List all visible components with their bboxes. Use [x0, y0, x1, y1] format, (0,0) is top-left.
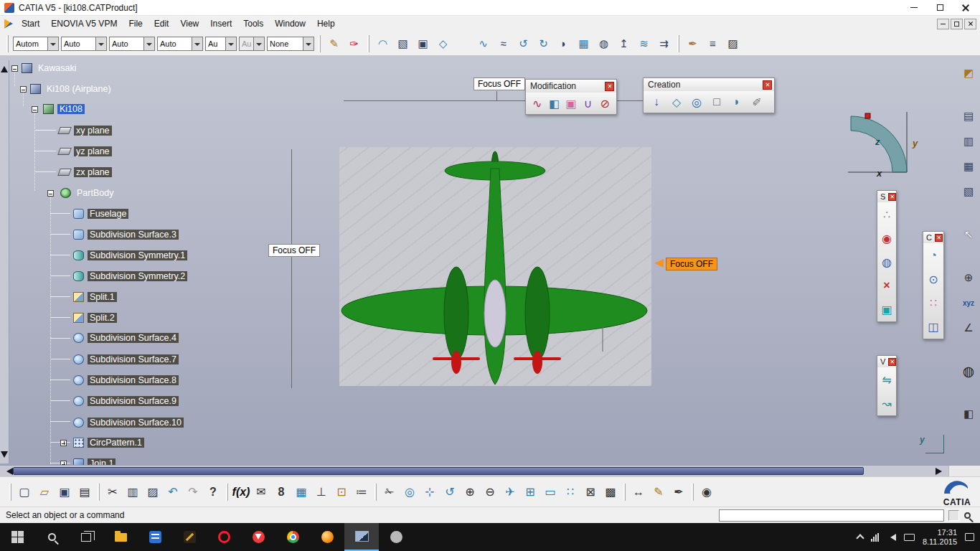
expand-toggle[interactable] — [60, 440, 67, 446]
point-style-combo[interactable]: Auto — [157, 37, 203, 51]
layer-combo[interactable]: None — [267, 37, 314, 51]
rotate-view-icon[interactable]: ↺ — [440, 483, 459, 501]
instance-icon[interactable]: ▣ — [414, 34, 432, 52]
cut-icon[interactable]: ✂ — [103, 483, 122, 501]
layers-icon[interactable]: ≡ — [704, 34, 722, 52]
chevron-down-icon[interactable] — [192, 37, 202, 50]
doc-restore-button[interactable] — [951, 19, 963, 29]
firefox-button[interactable] — [310, 523, 344, 551]
scroll-up-icon[interactable] — [1, 62, 8, 72]
scroll-left-icon[interactable] — [3, 468, 13, 475]
start-button[interactable] — [0, 523, 34, 551]
toolbar-grip[interactable] — [367, 35, 369, 52]
knowledge-icon[interactable]: 8 — [272, 483, 291, 501]
molecule-icon[interactable]: ∴ — [878, 206, 895, 223]
cyan-box-icon[interactable]: ▣ — [878, 301, 895, 318]
tree-item-subdivision-surface-9[interactable]: Subdivision Surface.9 — [73, 395, 179, 408]
zoom-out-icon[interactable]: ⊖ — [481, 483, 499, 501]
wave-icon[interactable]: ≋ — [635, 34, 653, 52]
whats-this-icon[interactable]: ? — [204, 483, 222, 501]
erase-icon[interactable]: ⊘ — [598, 95, 612, 112]
greenshot-button[interactable] — [379, 523, 413, 551]
new-document-icon[interactable]: ▢ — [15, 483, 34, 501]
chevron-down-icon[interactable] — [95, 37, 106, 50]
menu-window[interactable]: Window — [269, 17, 311, 31]
tree-item-subdivision-surface-4[interactable]: Subdivision Surface.4 — [73, 331, 179, 344]
normal-view-icon[interactable]: ✈ — [501, 483, 519, 501]
sketch-icon[interactable]: ✎ — [325, 34, 343, 52]
network-icon[interactable] — [871, 533, 879, 542]
tree-item-label[interactable]: PartBody — [75, 188, 116, 198]
toolbar-grip[interactable] — [226, 484, 228, 501]
tree-item-yz-plane[interactable]: yz plane — [59, 145, 112, 158]
measure-icon[interactable]: ↔ — [629, 483, 648, 501]
volume-icon[interactable] — [887, 534, 896, 541]
toolbar-grip[interactable] — [692, 484, 694, 501]
horizontal-scrollbar[interactable] — [0, 465, 980, 476]
minimize-button[interactable] — [901, 0, 927, 15]
capture-icon[interactable]: ◉ — [697, 483, 716, 501]
modify-surface-icon[interactable]: ◧ — [547, 95, 562, 112]
zoom-area-icon[interactable]: ⊕ — [960, 269, 977, 286]
tree-item-label[interactable]: Subdivision Surface.9 — [88, 396, 179, 406]
collapse-toggle[interactable] — [32, 106, 38, 113]
tree-item-label[interactable]: Fuselage — [88, 209, 128, 219]
select-cursor-icon[interactable]: ↖ — [960, 226, 977, 243]
menu-file[interactable]: File — [123, 17, 148, 31]
rules-icon[interactable]: ≔ — [352, 483, 371, 501]
tree-vertical-scrollbar[interactable] — [0, 60, 9, 463]
trim-icon[interactable]: ✁ — [380, 483, 399, 501]
close-button[interactable] — [935, 234, 943, 242]
tree-item-label[interactable]: Subdivision Surface.8 — [88, 375, 179, 385]
expand-toggle[interactable] — [60, 461, 67, 465]
tree-item-subdivision-surface-3[interactable]: Subdivision Surface.3 — [73, 228, 179, 241]
close-button[interactable] — [763, 80, 772, 90]
status-box-icon[interactable] — [948, 510, 959, 521]
flip-view-icon[interactable]: ⇋ — [878, 371, 895, 388]
toolbar-grip[interactable] — [374, 484, 377, 501]
swap-arrows-icon[interactable] — [454, 34, 472, 52]
line-weight-combo[interactable]: Auto — [109, 37, 155, 51]
chevron-down-icon[interactable] — [47, 37, 58, 50]
formula-icon[interactable]: f(x) — [232, 483, 250, 501]
chevron-down-icon[interactable] — [143, 37, 154, 50]
keyboard-icon[interactable] — [904, 534, 915, 541]
save-icon[interactable]: ▣ — [55, 483, 74, 501]
opera-button[interactable] — [207, 523, 241, 551]
grid-icon[interactable]: ▦ — [575, 34, 593, 52]
search-user-icon[interactable] — [964, 511, 971, 521]
collapse-toggle[interactable] — [20, 86, 27, 93]
tree-item-label[interactable]: Subdivision Surface.10 — [88, 418, 184, 428]
toolbar-grip[interactable] — [98, 484, 100, 501]
catalog-icon[interactable]: ⊡ — [332, 483, 351, 501]
tree-item-label[interactable]: yz plane — [74, 146, 112, 156]
tree-item-subdivision-symmetry-1[interactable]: Subdivision Symmetry.1 — [73, 249, 187, 262]
scrollbar-thumb[interactable] — [13, 467, 864, 475]
revolve-icon[interactable]: ⊙ — [925, 270, 942, 288]
collapse-toggle[interactable] — [11, 65, 18, 72]
notification-center-icon[interactable] — [965, 533, 974, 541]
tree-item-join-1[interactable]: Join.1 — [73, 457, 116, 465]
doc-close-button[interactable] — [964, 19, 976, 29]
design-table-icon[interactable]: ▦ — [292, 483, 311, 501]
task-view-button[interactable] — [69, 523, 103, 551]
extrude-icon[interactable]: ↥ — [615, 34, 633, 52]
menu-view[interactable]: View — [174, 17, 204, 31]
chevron-down-icon[interactable] — [303, 37, 314, 50]
tree-item-label[interactable]: zx plane — [74, 167, 112, 177]
plane-symbol-icon[interactable]: ◇ — [434, 34, 452, 52]
axis-system-icon[interactable]: ⊥ — [312, 483, 331, 501]
scroll-down-icon[interactable] — [1, 451, 8, 461]
rectangle-icon[interactable]: □ — [708, 93, 725, 110]
ink-icon[interactable]: ✒ — [669, 483, 688, 501]
shade-mode-icon[interactable]: ◧ — [960, 405, 977, 423]
spline-icon[interactable]: ≈ — [494, 34, 512, 52]
arc-icon[interactable]: ◠ — [374, 34, 392, 52]
tree-item-label[interactable]: xy plane — [74, 126, 112, 136]
tree-item-label[interactable]: Join.1 — [88, 458, 116, 465]
scroll-right-icon[interactable] — [936, 468, 946, 475]
tree-item-label[interactable]: Split.1 — [88, 292, 117, 302]
tree-item-fuselage[interactable]: Fuselage — [73, 207, 128, 220]
tree-item-label[interactable]: Ki108 (Airplane) — [44, 84, 113, 94]
menu-start[interactable]: Start — [16, 17, 45, 31]
